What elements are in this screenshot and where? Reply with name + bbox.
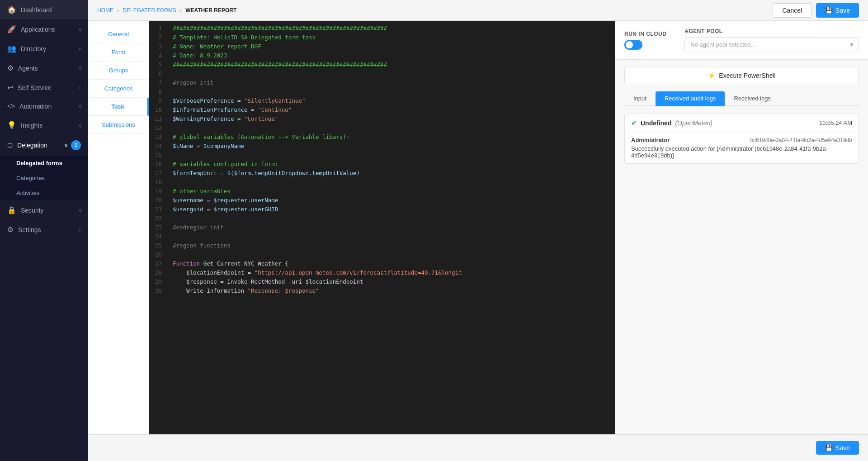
directory-icon: 👥 xyxy=(7,44,16,53)
sidebar-item-label: Self Service xyxy=(18,84,79,91)
code-line-1: 1 ######################################… xyxy=(149,24,615,33)
insights-icon: 💡 xyxy=(7,121,16,129)
sidebar-item-agents[interactable]: ⚙ Agents ‹ xyxy=(0,58,88,78)
sidebar-item-label: Directory xyxy=(21,45,79,52)
chevron-icon: ‹ xyxy=(79,207,81,214)
sidebar-item-label: Security xyxy=(21,207,79,214)
code-line-17: 17 $formTempUnit = $($form.tempUnitDropd… xyxy=(149,169,615,178)
audit-title: ✔ Undefined (OpenMeteo) xyxy=(631,119,712,127)
code-line-10: 10 $InformationPreference = "Continue" xyxy=(149,106,615,115)
tab-task[interactable]: Task xyxy=(88,98,149,116)
breadcrumb-home[interactable]: HOME xyxy=(97,7,113,14)
tab-groups[interactable]: Groups xyxy=(88,62,149,80)
chevron-down-icon: ∨ xyxy=(64,142,68,148)
audit-name: Undefined xyxy=(641,119,671,127)
audit-message: Successfully executed action for [Admini… xyxy=(631,145,852,159)
code-line-13: 13 # global variables (Automation --> Va… xyxy=(149,133,615,142)
save-button-bottom[interactable]: 💾 Save xyxy=(816,441,859,455)
code-line-3: 3 # Name: Weather report DGF xyxy=(149,43,615,52)
right-panel-header: RUN IN CLOUD AGENT POOL No agent pool se… xyxy=(615,21,868,60)
audit-header: ✔ Undefined (OpenMeteo) 10:05:24 AM xyxy=(625,114,859,132)
sidebar-sub-item-categories[interactable]: Categories xyxy=(9,171,88,185)
tab-input[interactable]: Input xyxy=(624,91,656,106)
code-line-22: 22 xyxy=(149,214,615,223)
security-icon: 🔒 xyxy=(7,206,16,214)
sidebar-sub-item-delegated-forms[interactable]: Delegated forms xyxy=(9,156,88,171)
breadcrumb-current: WEATHER REPORT xyxy=(185,7,236,14)
code-line-20: 20 $username = $requester.userName xyxy=(149,196,615,205)
execute-powershell-button[interactable]: ⚡ Execute PowerShell xyxy=(624,67,859,84)
delegation-badge: 1 xyxy=(71,140,81,150)
agent-pool-label: AGENT POOL xyxy=(684,28,859,34)
chevron-icon: ‹ xyxy=(79,26,81,33)
chevron-icon: ‹ xyxy=(79,227,81,233)
tab-form[interactable]: Form xyxy=(88,43,149,62)
dashboard-icon: 🏠 xyxy=(7,5,16,14)
chevron-icon: ‹ xyxy=(79,65,81,71)
execute-btn-label: Execute PowerShell xyxy=(719,72,775,79)
code-line-28: 28 $locationEndpoint = "https://api.open… xyxy=(149,269,615,278)
code-line-29: 29 $response = Invoke-RestMethod -uri $l… xyxy=(149,278,615,287)
code-line-14: 14 $cName = $companyName xyxy=(149,142,615,151)
content-area: General Form Groups Categories Task Subm… xyxy=(88,21,868,434)
sidebar-item-delegation[interactable]: ⬡ Delegation ∨ 1 xyxy=(0,135,88,156)
code-line-25: 25 #region functions xyxy=(149,242,615,251)
topbar-actions: Cancel 💾 Save xyxy=(773,3,859,18)
breadcrumb: HOME › DELEGATED FORMS › WEATHER REPORT xyxy=(97,7,236,14)
save-icon-bottom: 💾 xyxy=(825,444,833,451)
cancel-button[interactable]: Cancel xyxy=(773,3,811,18)
audit-subtitle: (OpenMeteo) xyxy=(675,119,712,127)
tab-submissions[interactable]: Submissions xyxy=(88,116,149,134)
code-line-12: 12 xyxy=(149,124,615,133)
sidebar-item-label: Settings xyxy=(18,226,79,233)
sidebar-item-label: Automation xyxy=(19,103,79,110)
code-line-5: 5 ######################################… xyxy=(149,61,615,70)
chevron-icon: ‹ xyxy=(79,85,81,91)
right-panel: RUN IN CLOUD AGENT POOL No agent pool se… xyxy=(615,21,868,434)
chevron-icon: ‹ xyxy=(79,122,81,128)
sidebar-item-applications[interactable]: 🚀 Applications ‹ xyxy=(0,19,88,39)
chevron-icon: ‹ xyxy=(79,46,81,52)
delegation-icon: ⬡ xyxy=(7,142,13,149)
code-line-30: 30 Write-Information "Response: $respons… xyxy=(149,287,615,296)
sidebar-item-insights[interactable]: 💡 Insights ‹ xyxy=(0,115,88,135)
run-cloud-row: RUN IN CLOUD AGENT POOL No agent pool se… xyxy=(624,28,859,52)
tab-received-logs[interactable]: Received logs xyxy=(725,91,780,106)
save-button-top[interactable]: 💾 Save xyxy=(816,3,859,18)
audit-results: ✔ Undefined (OpenMeteo) 10:05:24 AM Admi… xyxy=(624,114,859,164)
bolt-icon: ⚡ xyxy=(708,72,715,79)
tab-received-audit-logs[interactable]: Received audit logs xyxy=(656,91,725,106)
delegation-submenu: Delegated forms Categories Activities xyxy=(0,156,88,200)
self-service-icon: ↩ xyxy=(7,83,13,92)
code-line-18: 18 xyxy=(149,178,615,187)
bottom-bar: 💾 Save xyxy=(88,434,868,461)
code-line-15: 15 xyxy=(149,151,615,160)
sidebar-item-settings[interactable]: ⚙ Settings ‹ xyxy=(0,220,88,239)
sidebar-item-label: Dashboard xyxy=(21,6,81,14)
toggle-knob xyxy=(626,41,633,48)
breadcrumb-sep1: › xyxy=(117,7,119,14)
agent-pool-section: AGENT POOL No agent pool selected... ▼ xyxy=(684,28,859,52)
tab-categories[interactable]: Categories xyxy=(88,80,149,98)
topbar: HOME › DELEGATED FORMS › WEATHER REPORT … xyxy=(88,0,868,21)
breadcrumb-delegated-forms[interactable]: DELEGATED FORMS xyxy=(123,7,176,14)
sidebar-item-automation[interactable]: </> Automation ‹ xyxy=(0,97,88,115)
settings-icon: ⚙ xyxy=(7,225,14,234)
run-in-cloud-section: RUN IN CLOUD xyxy=(624,31,666,50)
left-tabs: General Form Groups Categories Task Subm… xyxy=(88,21,149,434)
code-editor[interactable]: 1 ######################################… xyxy=(149,21,615,434)
code-line-16: 16 # variables configured in form: xyxy=(149,160,615,169)
code-line-7: 7 #region init xyxy=(149,79,615,88)
code-line-2: 2 # Template: HelloID SA Delegated form … xyxy=(149,33,615,43)
sidebar-item-directory[interactable]: 👥 Directory ‹ xyxy=(0,39,88,58)
tab-general[interactable]: General xyxy=(88,25,149,43)
audit-time: 10:05:24 AM xyxy=(819,119,852,126)
sidebar-item-label: Agents xyxy=(18,65,79,72)
sidebar-item-security[interactable]: 🔒 Security ‹ xyxy=(0,200,88,220)
sidebar-sub-item-activities[interactable]: Activities xyxy=(9,185,88,200)
sidebar-item-self-service[interactable]: ↩ Self Service ‹ xyxy=(0,78,88,97)
agent-pool-select[interactable]: No agent pool selected... xyxy=(684,37,859,52)
run-in-cloud-toggle[interactable] xyxy=(624,40,642,50)
sidebar-item-dashboard[interactable]: 🏠 Dashboard xyxy=(0,0,88,19)
audit-user: Administrator xyxy=(631,137,670,143)
